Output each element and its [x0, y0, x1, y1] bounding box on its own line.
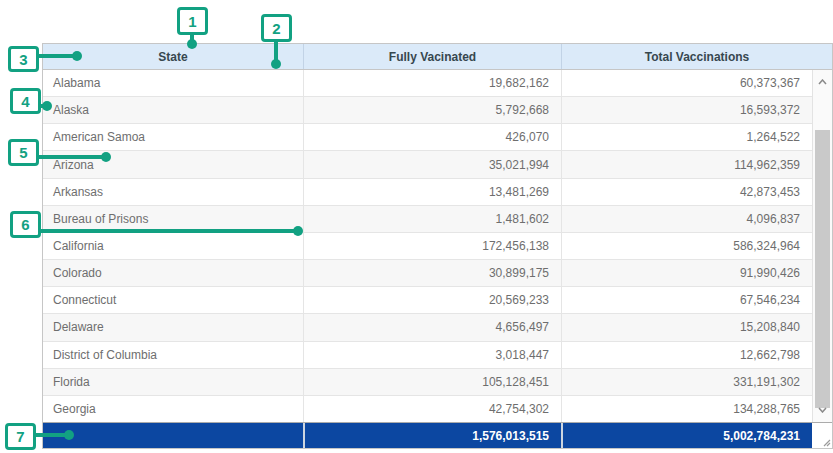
callout-badge-7: 7 [5, 423, 36, 450]
totals-fully-vaccinated-value: 1,576,013,515 [303, 423, 561, 448]
cell-state: Alaska [43, 97, 303, 123]
cell-state: District of Columbia [43, 342, 303, 368]
scroll-down-icon[interactable] [813, 402, 832, 418]
callout-badge-6: 6 [10, 211, 41, 238]
cell-fully: 35,021,994 [303, 151, 561, 177]
table-row[interactable]: Colorado30,899,17591,990,426 [43, 260, 812, 287]
scrollbar-corner [812, 423, 832, 448]
cell-total: 586,324,964 [561, 233, 812, 259]
cell-total: 60,373,367 [561, 70, 812, 96]
cell-state: Alabama [43, 70, 303, 96]
callout-badge-4: 4 [10, 88, 41, 114]
cell-fully: 13,481,269 [303, 179, 561, 205]
table-row[interactable]: California172,456,138586,324,964 [43, 233, 812, 260]
table-row[interactable]: Alaska5,792,66816,593,372 [43, 97, 812, 124]
cell-total: 67,546,234 [561, 287, 812, 313]
cell-fully: 4,656,497 [303, 314, 561, 340]
table-body: Alabama19,682,16260,373,367Alaska5,792,6… [43, 70, 832, 422]
cell-total: 114,962,359 [561, 151, 812, 177]
cell-fully: 1,481,602 [303, 206, 561, 232]
cell-total: 134,288,765 [561, 396, 812, 422]
cell-state: Arkansas [43, 179, 303, 205]
cell-fully: 20,569,233 [303, 287, 561, 313]
table-row[interactable]: District of Columbia3,018,44712,662,798 [43, 342, 812, 369]
totals-state-cell [43, 423, 303, 448]
table-row[interactable]: Connecticut20,569,23367,546,234 [43, 287, 812, 314]
vertical-scrollbar[interactable] [812, 70, 832, 422]
cell-state: Florida [43, 369, 303, 395]
cell-total: 16,593,372 [561, 97, 812, 123]
cell-fully: 172,456,138 [303, 233, 561, 259]
table-rows: Alabama19,682,16260,373,367Alaska5,792,6… [43, 70, 812, 422]
cell-fully: 42,754,302 [303, 396, 561, 422]
table-row[interactable]: American Samoa426,0701,264,522 [43, 124, 812, 151]
cell-total: 91,990,426 [561, 260, 812, 286]
table-row[interactable]: Alabama19,682,16260,373,367 [43, 70, 812, 97]
table-row[interactable]: Arkansas13,481,26942,873,453 [43, 179, 812, 206]
cell-fully: 105,128,451 [303, 369, 561, 395]
callout-badge-3: 3 [8, 46, 39, 72]
list-table-widget: State Fully Vacinated Total Vaccinations… [42, 43, 833, 449]
totals-total-vaccinations-value: 5,002,784,231 [561, 423, 812, 448]
callout-badge-5: 5 [8, 139, 39, 166]
table-row[interactable]: Delaware4,656,49715,208,840 [43, 314, 812, 341]
cell-fully: 426,070 [303, 124, 561, 150]
cell-fully: 3,018,447 [303, 342, 561, 368]
cell-state: Connecticut [43, 287, 303, 313]
table-row[interactable]: Bureau of Prisons1,481,6024,096,837 [43, 206, 812, 233]
cell-total: 15,208,840 [561, 314, 812, 340]
cell-state: American Samoa [43, 124, 303, 150]
table-row[interactable]: Georgia42,754,302134,288,765 [43, 396, 812, 422]
cell-total: 4,096,837 [561, 206, 812, 232]
cell-state: Georgia [43, 396, 303, 422]
column-header-state[interactable]: State [43, 44, 303, 69]
cell-total: 331,191,302 [561, 369, 812, 395]
scroll-up-icon[interactable] [813, 74, 832, 90]
cell-fully: 19,682,162 [303, 70, 561, 96]
totals-row-cells: 1,576,013,515 5,002,784,231 [43, 423, 812, 448]
column-header-total-vaccinations[interactable]: Total Vaccinations [561, 44, 832, 69]
scrollbar-thumb[interactable] [815, 130, 830, 408]
cell-state: Bureau of Prisons [43, 206, 303, 232]
cell-fully: 5,792,668 [303, 97, 561, 123]
cell-state: Delaware [43, 314, 303, 340]
cell-total: 42,873,453 [561, 179, 812, 205]
cell-state: Arizona [43, 151, 303, 177]
callout-badge-2: 2 [261, 14, 292, 42]
cell-state: Colorado [43, 260, 303, 286]
table-row[interactable]: Florida105,128,451331,191,302 [43, 369, 812, 396]
cell-total: 12,662,798 [561, 342, 812, 368]
screenshot-canvas: State Fully Vacinated Total Vaccinations… [0, 0, 833, 453]
totals-row: 1,576,013,515 5,002,784,231 [43, 422, 832, 448]
cell-total: 1,264,522 [561, 124, 812, 150]
resize-grip-icon [821, 437, 831, 447]
cell-state: California [43, 233, 303, 259]
cell-fully: 30,899,175 [303, 260, 561, 286]
table-header-row: State Fully Vacinated Total Vaccinations [43, 44, 832, 70]
column-header-fully-vaccinated[interactable]: Fully Vacinated [303, 44, 561, 69]
table-row[interactable]: Arizona35,021,994114,962,359 [43, 151, 812, 178]
callout-badge-1: 1 [177, 7, 208, 35]
